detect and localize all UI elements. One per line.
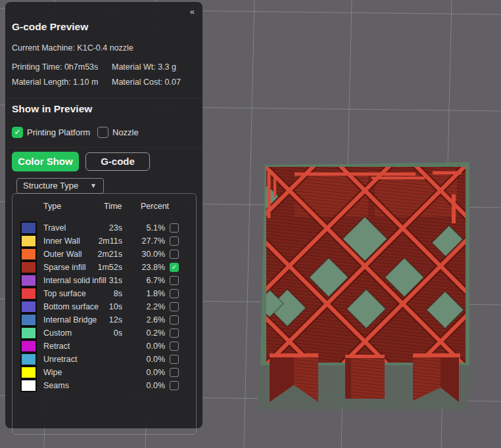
table-row: Sparse infill1m52s23.8%✓ (12, 261, 196, 274)
collapse-panel-icon[interactable]: « (190, 7, 194, 16)
type-percent: 27.7% (128, 235, 165, 248)
chevron-down-icon: ▼ (90, 179, 97, 193)
table-row: Bottom surface10s2.2% (12, 300, 196, 313)
table-row: Retract0.0% (12, 340, 196, 353)
header-time: Time (104, 202, 122, 211)
type-label: Travel (43, 221, 66, 235)
table-row: Outer Wall2m21s30.0% (12, 248, 196, 261)
type-percent: 0.2% (128, 326, 165, 340)
type-visibility-checkbox[interactable] (170, 223, 179, 233)
table-rows: Travel23s5.1%Inner Wall2m11s27.7%Outer W… (12, 221, 196, 392)
header-type: Type (43, 202, 61, 211)
type-percent: 6.7% (128, 274, 165, 287)
type-percent: 0.0% (128, 353, 165, 366)
nozzle-label: Nozzle (112, 127, 139, 137)
type-color-swatch (20, 235, 37, 248)
type-percent: 23.8% (128, 261, 165, 274)
type-time: 31s (72, 274, 122, 287)
type-color-swatch (20, 366, 37, 379)
type-label: Wipe (43, 366, 62, 379)
type-visibility-checkbox[interactable] (170, 342, 179, 351)
stats-row-2: Material Length: 1.10 m Material Cost: 0… (12, 78, 199, 87)
type-label: Unretract (43, 353, 77, 366)
type-percent: 0.0% (128, 366, 165, 379)
type-visibility-checkbox[interactable] (170, 328, 179, 338)
type-visibility-checkbox[interactable] (170, 250, 179, 259)
section-divider (5, 147, 203, 148)
table-row: Custom0s0.2% (12, 326, 196, 340)
type-time: 0s (72, 326, 122, 340)
type-visibility-checkbox[interactable] (170, 276, 179, 285)
type-visibility-checkbox[interactable] (170, 368, 179, 377)
gcode-button[interactable]: G-code (85, 152, 150, 171)
color-show-button[interactable]: Color Show (12, 152, 79, 171)
type-visibility-checkbox[interactable] (170, 289, 179, 298)
type-visibility-checkbox[interactable] (170, 381, 179, 390)
type-visibility-checkbox[interactable]: ✓ (170, 263, 179, 272)
table-row: Unretract0.0% (12, 353, 196, 366)
type-color-swatch (20, 340, 37, 353)
show-in-preview-title: Show in Preview (12, 103, 92, 115)
structure-type-table: Type Time Percent Travel23s5.1%Inner Wal… (12, 193, 197, 435)
type-time: 23s (72, 221, 122, 235)
table-row: Seams0.0% (12, 379, 196, 392)
material-cost-label: Material Cost: 0.07 (112, 78, 181, 87)
nozzle-checkbox[interactable] (97, 127, 108, 138)
type-percent: 2.2% (128, 300, 165, 313)
type-color-swatch (20, 287, 37, 300)
type-percent: 5.1% (128, 221, 165, 235)
type-color-swatch (20, 274, 37, 287)
type-visibility-checkbox[interactable] (170, 355, 179, 364)
type-color-swatch (20, 248, 37, 261)
type-percent: 0.0% (128, 379, 165, 392)
printing-platform-label: Printing Platform (27, 127, 90, 137)
table-row: Internal Bridge12s2.6% (12, 313, 196, 326)
type-time: 2m11s (72, 235, 122, 248)
printing-time-label: Printing Time: 0h7m53s (12, 62, 98, 72)
type-time: 1m52s (72, 261, 122, 274)
table-row: Wipe0.0% (12, 366, 196, 379)
material-weight-label: Material Wt: 3.3 g (112, 62, 176, 72)
type-color-swatch (20, 221, 37, 235)
type-color-swatch (20, 261, 37, 274)
type-color-swatch (20, 326, 37, 340)
type-label: Retract (43, 340, 70, 353)
type-color-swatch (20, 313, 37, 326)
printing-platform-checkbox[interactable]: ✓ (12, 127, 23, 138)
type-time: 12s (72, 313, 122, 326)
type-percent: 1.8% (128, 287, 165, 300)
type-color-swatch (20, 379, 37, 392)
header-percent: Percent (141, 202, 169, 211)
type-color-swatch (20, 353, 37, 366)
section-divider (5, 98, 203, 99)
type-visibility-checkbox[interactable] (170, 236, 179, 246)
current-machine-label: Current Machine: K1C-0.4 nozzle (12, 43, 133, 53)
panel-title: G-code Preview (12, 21, 88, 33)
stats-row-1: Printing Time: 0h7m53s Material Wt: 3.3 … (12, 62, 199, 72)
type-label: Custom (43, 326, 72, 340)
type-percent: 2.6% (128, 313, 165, 326)
table-row: Travel23s5.1% (12, 221, 196, 235)
structure-type-dropdown[interactable]: Structure Type ▼ (16, 178, 104, 194)
table-row: Inner Wall2m11s27.7% (12, 235, 196, 248)
material-length-label: Material Length: 1.10 m (12, 78, 98, 87)
structure-type-value: Structure Type (23, 181, 78, 190)
type-percent: 0.0% (128, 340, 165, 353)
type-percent: 30.0% (128, 248, 165, 261)
type-color-swatch (20, 300, 37, 313)
type-visibility-checkbox[interactable] (170, 315, 179, 325)
type-time: 2m21s (72, 248, 122, 261)
type-time: 10s (72, 300, 122, 313)
table-row: Internal solid infill31s6.7% (12, 274, 196, 287)
type-label: Seams (43, 379, 69, 392)
type-time: 8s (72, 287, 122, 300)
table-row: Top surface8s1.8% (12, 287, 196, 300)
type-visibility-checkbox[interactable] (170, 302, 179, 311)
